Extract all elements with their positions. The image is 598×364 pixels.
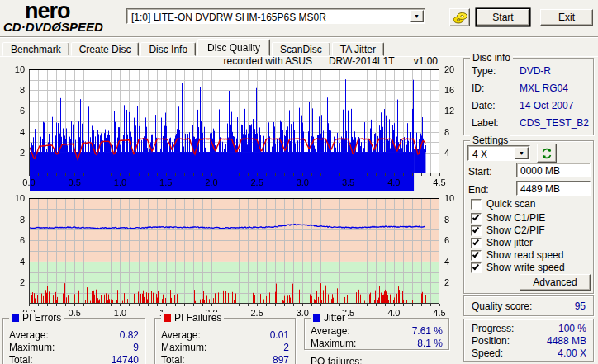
header-separator	[0, 36, 598, 38]
drive-select-combo[interactable]: [1:0] LITE-ON DVDRW SHM-165P6S MS0R ▼	[126, 8, 425, 24]
check-icon	[472, 238, 479, 245]
nero-logo: nero	[25, 0, 70, 21]
speed-value: 4.00 X	[520, 347, 586, 359]
pi-errors-maximum-label: Maximum:	[9, 342, 55, 353]
disc-id-label: ID:	[472, 83, 484, 94]
show-c1-pie-label: Show C1/PIE	[486, 212, 545, 224]
pi-failures-box-title: PI Failures	[161, 312, 224, 324]
speed-label: Speed:	[472, 347, 503, 359]
check-icon	[472, 213, 479, 220]
scan-end-label: End:	[468, 184, 489, 196]
tab-disc-quality[interactable]: Disc Quality	[197, 39, 270, 56]
pi-failures-total-value: 897	[231, 354, 289, 364]
pi-errors-total-label: Total:	[9, 354, 33, 364]
show-jitter-checkbox[interactable]: Show jitter	[471, 237, 533, 248]
position-value: 4488 MB	[520, 335, 586, 347]
chevron-down-icon[interactable]: ▼	[410, 10, 424, 22]
quality-score-value: 95	[545, 300, 586, 312]
progress-value: 100 %	[520, 323, 586, 334]
disc-label-label: Label:	[472, 117, 499, 129]
jitter-legend-swatch	[313, 314, 320, 322]
pi-failures-average-value: 0.01	[231, 329, 289, 341]
tab-bar: Benchmark Create Disc Disc Info Disc Qua…	[2, 39, 386, 56]
cd-dvd-speed-logo: CD·DVDØSPEED	[3, 20, 103, 34]
settings-title: Settings	[470, 135, 510, 146]
refresh-button[interactable]	[537, 144, 557, 163]
pi-failures-total-label: Total:	[161, 354, 185, 364]
check-icon	[472, 250, 479, 258]
chevron-down-icon[interactable]: ▼	[515, 147, 529, 159]
progress-label: Progress:	[472, 323, 514, 334]
disc-date-label: Date:	[472, 100, 496, 111]
pi-errors-maximum-value: 9	[81, 342, 139, 353]
exit-button[interactable]: Exit	[540, 9, 593, 26]
jitter-average-label: Average:	[311, 325, 350, 337]
pi-failures-maximum-value: 2	[231, 342, 289, 353]
disc-info-title: Disc info	[470, 52, 513, 64]
show-write-speed-checkbox[interactable]: Show write speed	[471, 262, 565, 273]
scan-end-field[interactable]: 4489 MB	[516, 181, 591, 196]
disc-type-label: Type:	[472, 65, 496, 77]
show-c2-pif-checkbox[interactable]: Show C2/PIF	[471, 225, 545, 236]
quality-score-label: Quality score:	[472, 300, 532, 312]
start-button[interactable]: Start	[477, 9, 529, 26]
disc-label-value: CDS_TEST_B2	[520, 117, 589, 129]
jitter-maximum-label: Maximum:	[311, 338, 356, 349]
pi-failures-average-label: Average:	[161, 329, 201, 341]
show-jitter-label: Show jitter	[486, 237, 533, 248]
disc-type-value: DVD-R	[520, 65, 551, 77]
scan-start-field[interactable]: 0000 MB	[516, 163, 591, 177]
advanced-button[interactable]: Advanced	[520, 274, 591, 291]
show-c2-pif-label: Show C2/PIF	[486, 225, 545, 236]
show-read-speed-checkbox[interactable]: Show read speed	[471, 249, 563, 261]
check-icon	[472, 225, 479, 233]
scan-start-label: Start:	[468, 166, 492, 177]
jitter-pif-chart	[0, 191, 459, 317]
pi-errors-total-value: 14740	[81, 354, 139, 364]
drive-select-value: [1:0] LITE-ON DVDRW SHM-165P6S MS0R	[127, 10, 409, 23]
refresh-icon	[541, 148, 553, 159]
quick-scan-checkbox[interactable]: Quick scan	[471, 198, 535, 210]
show-read-speed-label: Show read speed	[486, 249, 563, 261]
pi-errors-chart	[0, 54, 459, 191]
pi-errors-legend-swatch	[12, 314, 19, 322]
po-failures-cutoff-label: PO failures:	[311, 356, 363, 364]
show-write-speed-label: Show write speed	[486, 262, 565, 273]
disc-id-value: MXL RG04	[520, 83, 568, 94]
pi-failures-legend-swatch	[164, 314, 171, 322]
pi-failures-maximum-label: Maximum:	[161, 342, 206, 353]
scan-speed-value: 4 X	[468, 147, 514, 160]
pi-errors-box-title: PI Errors	[9, 312, 64, 324]
disc-tool-button[interactable]	[449, 8, 470, 26]
scan-speed-combo[interactable]: 4 X ▼	[467, 145, 530, 161]
jitter-average-value: 7.61 %	[380, 325, 443, 337]
jitter-box-title: Jitter	[311, 312, 348, 324]
check-icon	[472, 262, 479, 270]
disc-date-value: 14 Oct 2007	[520, 100, 573, 111]
jitter-maximum-value: 8.1 %	[380, 338, 443, 349]
position-label: Position:	[472, 335, 510, 347]
disc-stack-icon	[453, 12, 467, 24]
show-c1-pie-checkbox[interactable]: Show C1/PIE	[471, 212, 545, 224]
quick-scan-label: Quick scan	[486, 198, 535, 210]
pi-errors-average-label: Average:	[9, 329, 49, 341]
pi-errors-average-value: 0.82	[81, 329, 139, 341]
